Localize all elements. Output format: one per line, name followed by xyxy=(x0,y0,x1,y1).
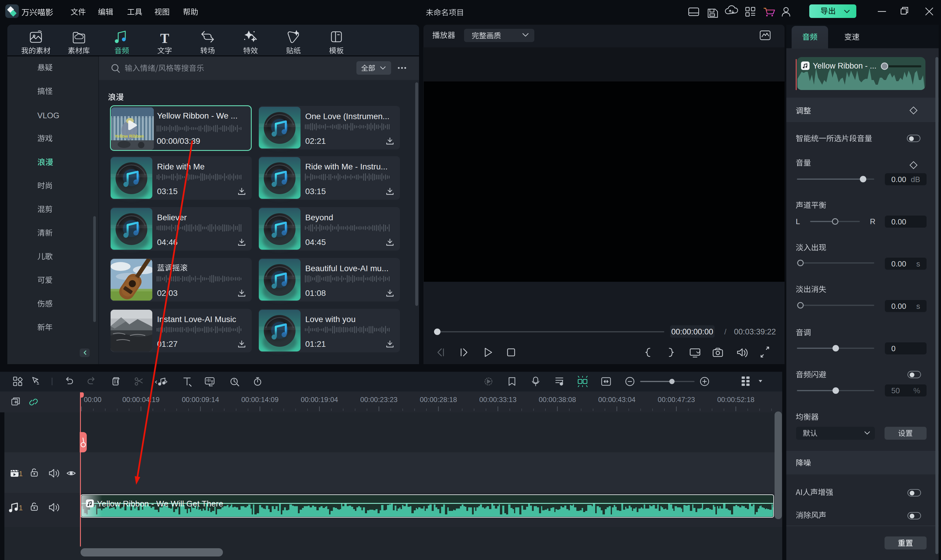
svg-text:00:00/03:39: 00:00/03:39 xyxy=(157,137,200,146)
svg-text:50: 50 xyxy=(891,386,900,395)
svg-text:R: R xyxy=(870,217,875,226)
svg-text:Ride with Me - Instru...: Ride with Me - Instru... xyxy=(305,162,387,171)
svg-text:Love with you: Love with you xyxy=(305,315,355,324)
svg-text:Yellow Ribbon - ...: Yellow Ribbon - ... xyxy=(813,62,876,70)
svg-text:/: / xyxy=(724,327,727,336)
svg-text:0.00: 0.00 xyxy=(891,259,906,268)
svg-text:00:00:38:08: 00:00:38:08 xyxy=(539,395,576,403)
svg-text:s: s xyxy=(916,302,920,311)
svg-text:One Love (Instrumen...: One Love (Instrumen... xyxy=(305,112,389,121)
svg-text:L: L xyxy=(796,217,800,226)
svg-text:Yellow Ribbon - We ...: Yellow Ribbon - We ... xyxy=(157,111,238,120)
svg-text:00:00:14:09: 00:00:14:09 xyxy=(241,395,279,403)
svg-text:00:00: 00:00 xyxy=(84,395,101,403)
svg-text:s: s xyxy=(916,259,920,268)
svg-text:Ride with Me: Ride with Me xyxy=(157,162,204,171)
svg-text:00:00:04:19: 00:00:04:19 xyxy=(122,395,160,403)
svg-text:0: 0 xyxy=(891,344,895,353)
svg-text:00:00:52:18: 00:00:52:18 xyxy=(717,395,755,403)
svg-text:%: % xyxy=(913,386,920,395)
svg-text:T: T xyxy=(160,31,169,46)
svg-text:Beyond: Beyond xyxy=(305,213,333,222)
svg-text:00:00:33:13: 00:00:33:13 xyxy=(479,395,517,403)
svg-text:04:45: 04:45 xyxy=(305,238,326,247)
svg-text:1: 1 xyxy=(19,470,23,478)
svg-text:0.00: 0.00 xyxy=(891,175,906,184)
svg-text:01:21: 01:21 xyxy=(305,339,326,349)
svg-text:03:15: 03:15 xyxy=(157,187,178,196)
svg-text:Instant Love-AI Music: Instant Love-AI Music xyxy=(157,315,236,324)
svg-text:00:00:00:00: 00:00:00:00 xyxy=(671,327,713,336)
svg-text:03:15: 03:15 xyxy=(305,187,326,196)
svg-text:00:03:39:22: 00:03:39:22 xyxy=(734,327,776,336)
svg-text:dB: dB xyxy=(911,175,920,184)
svg-text:00:00:47:23: 00:00:47:23 xyxy=(658,395,695,403)
svg-text:00:00:28:18: 00:00:28:18 xyxy=(420,395,457,403)
svg-text:Believer: Believer xyxy=(157,213,187,222)
svg-text:1: 1 xyxy=(19,504,23,512)
svg-text:00:00:19:04: 00:00:19:04 xyxy=(301,395,338,403)
svg-text:VLOG: VLOG xyxy=(37,111,59,120)
svg-text:Yellow Ribbon - We Will Get Th: Yellow Ribbon - We Will Get There xyxy=(97,499,223,508)
svg-text:Yellow Ribbon: Yellow Ribbon xyxy=(115,134,144,138)
svg-text:02:21: 02:21 xyxy=(305,137,326,146)
svg-text:00:00:23:23: 00:00:23:23 xyxy=(360,395,398,403)
svg-text:0.00: 0.00 xyxy=(891,217,906,226)
svg-text:00:00:43:04: 00:00:43:04 xyxy=(598,395,635,403)
svg-text:00:00:09:14: 00:00:09:14 xyxy=(182,395,219,403)
svg-text:0.00: 0.00 xyxy=(891,302,906,311)
svg-text:01:08: 01:08 xyxy=(305,289,326,298)
svg-text:Beautiful Love-AI mu...: Beautiful Love-AI mu... xyxy=(305,264,389,273)
